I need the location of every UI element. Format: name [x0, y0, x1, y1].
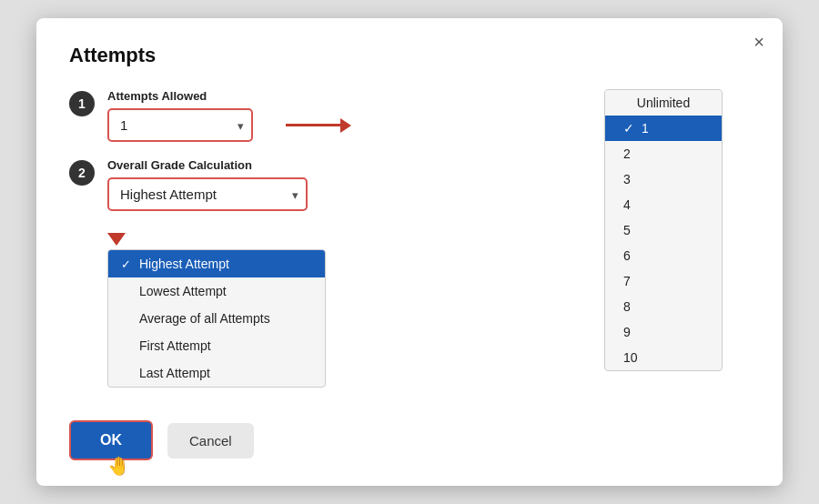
attempts-allowed-select[interactable]: 1 — [107, 108, 253, 142]
dropdown-item-lowest[interactable]: Lowest Attempt — [108, 277, 325, 305]
step2-label: Overall Grade Calculation — [107, 158, 568, 172]
modal-footer: OK 🤚 Cancel — [69, 420, 568, 460]
step1-badge: 1 — [69, 91, 95, 116]
dropdown-item-highest[interactable]: ✓ Highest Attempt — [108, 250, 325, 277]
grade-calc-wrapper: Highest Attempt ▾ — [107, 177, 308, 211]
down-arrow — [107, 233, 126, 246]
right-arrow — [286, 118, 351, 133]
step2-content: Overall Grade Calculation Highest Attemp… — [107, 158, 568, 211]
modal-body: 1 Attempts Allowed 1 ▾ — [69, 89, 750, 460]
num-item-5[interactable]: 5 — [605, 217, 722, 243]
attempts-modal: × Attempts 1 Attempts Allowed 1 ▾ — [36, 18, 783, 486]
cursor-hand-icon: 🤚 — [107, 455, 130, 477]
left-column: 1 Attempts Allowed 1 ▾ — [69, 89, 568, 460]
modal-title: Attempts — [69, 44, 750, 67]
right-column: Unlimited ✓ 1 2 3 4 5 6 7 8 9 10 — [604, 89, 750, 460]
dropdown-item-average[interactable]: Average of all Attempts — [108, 305, 325, 332]
num-item-8[interactable]: 8 — [605, 294, 722, 319]
step2-row: 2 Overall Grade Calculation Highest Atte… — [69, 158, 568, 211]
grade-calc-select[interactable]: Highest Attempt — [107, 177, 308, 211]
num-item-10[interactable]: 10 — [605, 345, 722, 370]
step1-row: 1 Attempts Allowed 1 ▾ — [69, 89, 568, 142]
down-arrow-container — [107, 233, 568, 246]
num-item-7[interactable]: 7 — [605, 268, 722, 294]
step1-label: Attempts Allowed — [107, 89, 568, 103]
num-item-unlimited[interactable]: Unlimited — [605, 90, 722, 116]
num-item-1[interactable]: ✓ 1 — [605, 116, 722, 141]
arrow-right-head — [340, 118, 351, 133]
step1-content: Attempts Allowed 1 ▾ — [107, 89, 568, 142]
num-item-6[interactable]: 6 — [605, 243, 722, 268]
check-num-icon: ✓ — [623, 121, 634, 136]
num-item-2[interactable]: 2 — [605, 141, 722, 166]
num-dropdown: Unlimited ✓ 1 2 3 4 5 6 7 8 9 10 — [604, 89, 723, 371]
dropdown-item-first[interactable]: First Attempt — [108, 332, 325, 359]
arrow-right-line — [286, 124, 340, 126]
num-item-3[interactable]: 3 — [605, 166, 722, 192]
attempts-allowed-wrapper: 1 ▾ — [107, 108, 253, 142]
cancel-button[interactable]: Cancel — [167, 423, 254, 459]
num-item-9[interactable]: 9 — [605, 319, 722, 345]
dropdown-item-last[interactable]: Last Attempt — [108, 359, 325, 387]
check-icon: ✓ — [121, 257, 134, 271]
step2-badge: 2 — [69, 160, 95, 186]
grade-calc-dropdown: ✓ Highest Attempt Lowest Attempt Average… — [107, 249, 326, 388]
close-button[interactable]: × — [753, 33, 764, 51]
num-item-4[interactable]: 4 — [605, 192, 722, 217]
